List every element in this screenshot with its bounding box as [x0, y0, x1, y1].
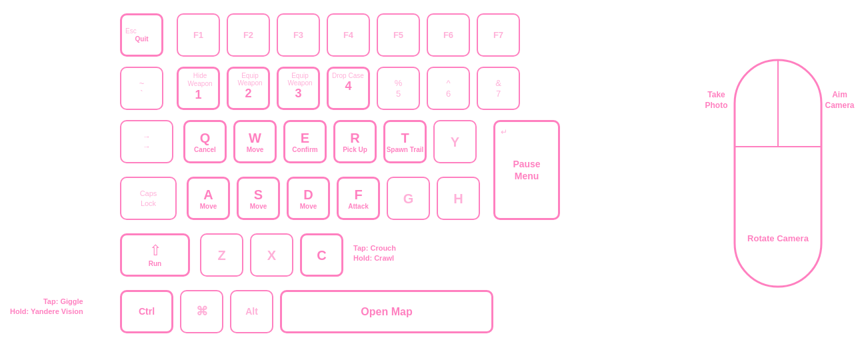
- key-caps[interactable]: CapsLock: [120, 177, 177, 220]
- key-ctrl[interactable]: Ctrl: [120, 290, 173, 333]
- key-2[interactable]: Equip Weapon 2: [227, 67, 270, 110]
- key-h[interactable]: H: [437, 177, 480, 220]
- key-f2[interactable]: F2: [227, 13, 270, 57]
- key-y[interactable]: Y: [433, 120, 477, 163]
- key-g[interactable]: G: [387, 177, 430, 220]
- key-6[interactable]: ^6: [427, 67, 470, 110]
- key-c[interactable]: C: [300, 233, 343, 277]
- key-1[interactable]: Hide Weapon 1: [177, 67, 220, 110]
- keyboard: Esc Quit F1 F2 F3 F4 F5 F6 F7 ~` Hide We…: [113, 7, 660, 347]
- key-5[interactable]: %5: [377, 67, 420, 110]
- mouse-svg: [695, 20, 861, 327]
- key-z[interactable]: Z: [200, 233, 243, 277]
- mouse: Take Photo Aim Camera Rotate Camera: [695, 20, 861, 327]
- key-d[interactable]: D Move: [287, 177, 330, 220]
- key-alt[interactable]: Alt: [230, 290, 273, 333]
- key-q[interactable]: Q Cancel: [183, 120, 227, 163]
- key-f1[interactable]: F1: [177, 13, 220, 57]
- key-space[interactable]: Open Map: [280, 290, 493, 333]
- key-cmd[interactable]: ⌘: [180, 290, 223, 333]
- key-tab[interactable]: →→: [120, 120, 173, 163]
- key-esc[interactable]: Esc Quit: [120, 13, 163, 57]
- key-f7[interactable]: F7: [477, 13, 520, 57]
- key-t[interactable]: T Spawn Trail: [383, 120, 427, 163]
- key-e[interactable]: E Confirm: [283, 120, 327, 163]
- mouse-bottom-label: Rotate Camera: [731, 233, 825, 245]
- mouse-right-label: Aim Camera: [818, 90, 861, 111]
- key-a[interactable]: A Move: [187, 177, 230, 220]
- key-4[interactable]: Drop Case 4: [327, 67, 370, 110]
- key-s[interactable]: S Move: [237, 177, 280, 220]
- ctrl-modifier-label: Tap: GiggleHold: Yandere Vision: [10, 297, 83, 317]
- key-7[interactable]: &7: [477, 67, 520, 110]
- key-f4[interactable]: F4: [327, 13, 370, 57]
- key-x[interactable]: X: [250, 233, 293, 277]
- key-3[interactable]: Equip Weapon 3: [277, 67, 320, 110]
- key-r[interactable]: R Pick Up: [333, 120, 377, 163]
- c-key-label: Tap: CrouchHold: Crawl: [353, 243, 396, 264]
- mouse-left-label: Take Photo: [698, 90, 735, 111]
- key-w[interactable]: W Move: [233, 120, 277, 163]
- key-f5[interactable]: F5: [377, 13, 420, 57]
- key-enter[interactable]: ↵ PauseMenu: [493, 120, 560, 220]
- key-grave[interactable]: ~`: [120, 67, 163, 110]
- key-f[interactable]: F Attack: [337, 177, 380, 220]
- key-f6[interactable]: F6: [427, 13, 470, 57]
- key-f3[interactable]: F3: [277, 13, 320, 57]
- key-shift[interactable]: ⇧ Run: [120, 233, 190, 277]
